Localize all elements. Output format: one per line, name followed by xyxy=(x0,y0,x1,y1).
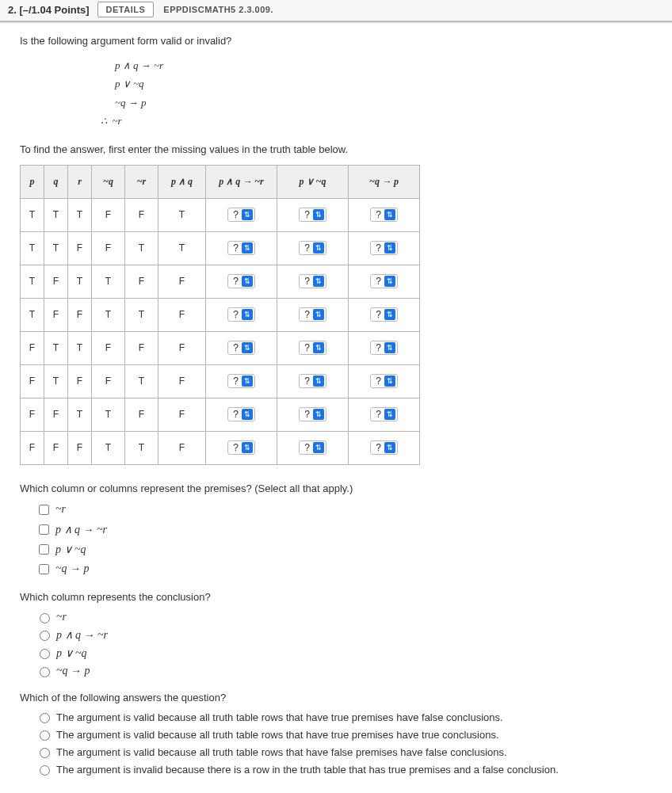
arg-conclusion: ∴ ~r xyxy=(101,112,652,130)
prompt-validity: Is the following argument form valid or … xyxy=(20,35,652,47)
truth-value-select[interactable]: ?⇅ xyxy=(227,307,255,322)
label-conc-nr: ~r xyxy=(56,611,67,623)
cell-paq: T xyxy=(158,231,206,265)
label-pvnq: p ∨ ~q xyxy=(55,543,86,556)
question-number: 2. [–/1.04 Points] xyxy=(8,4,90,16)
truth-value-select[interactable]: ?⇅ xyxy=(370,307,398,322)
details-button[interactable]: DETAILS xyxy=(97,2,155,17)
radio-ans-2[interactable] xyxy=(40,730,50,741)
chevron-updown-icon: ⇅ xyxy=(384,276,395,287)
label-conc-pvnq: p ∨ ~q xyxy=(56,646,87,660)
cell-dropdown: ?⇅ xyxy=(277,431,349,464)
cell-nq: F xyxy=(92,231,125,265)
radio-ans-4[interactable] xyxy=(40,765,50,776)
table-row: TFTTFF?⇅?⇅?⇅ xyxy=(21,265,420,298)
truth-value-select[interactable]: ?⇅ xyxy=(227,208,255,222)
truth-value-select[interactable]: ?⇅ xyxy=(299,274,326,288)
cell-nq: F xyxy=(92,364,125,398)
cell-q: T xyxy=(44,231,68,265)
cell-paq: F xyxy=(158,265,206,298)
select-placeholder: ? xyxy=(304,209,310,220)
prompt-truth-table: To find the answer, first enter the miss… xyxy=(20,143,652,155)
truth-value-select[interactable]: ?⇅ xyxy=(299,407,326,421)
truth-value-select[interactable]: ?⇅ xyxy=(227,274,255,288)
truth-value-select[interactable]: ?⇅ xyxy=(227,407,255,421)
select-placeholder: ? xyxy=(233,242,239,254)
radio-conc-pvnq[interactable] xyxy=(40,649,50,659)
truth-value-select[interactable]: ?⇅ xyxy=(299,341,326,355)
select-placeholder: ? xyxy=(376,409,381,420)
checkbox-nqp[interactable] xyxy=(39,564,49,574)
truth-value-select[interactable]: ?⇅ xyxy=(299,307,326,322)
select-placeholder: ? xyxy=(376,442,381,453)
cell-paq: F xyxy=(158,431,206,464)
conclusion-option-pvnq: p ∨ ~q xyxy=(36,646,652,660)
truth-value-select[interactable]: ?⇅ xyxy=(370,241,398,255)
truth-value-select[interactable]: ?⇅ xyxy=(370,341,398,355)
cell-q: F xyxy=(44,431,68,464)
cell-nr: F xyxy=(125,331,158,364)
cell-paq: F xyxy=(158,298,206,331)
checkbox-nr[interactable] xyxy=(39,505,49,515)
truth-value-select[interactable]: ?⇅ xyxy=(370,208,398,222)
select-placeholder: ? xyxy=(233,409,239,420)
th-p: p xyxy=(21,165,44,198)
truth-value-select[interactable]: ?⇅ xyxy=(370,374,398,388)
cell-dropdown: ?⇅ xyxy=(277,364,349,398)
cell-nr: T xyxy=(125,231,158,265)
truth-value-select[interactable]: ?⇅ xyxy=(370,440,398,455)
truth-value-select[interactable]: ?⇅ xyxy=(299,208,326,222)
cell-dropdown: ?⇅ xyxy=(206,431,277,464)
truth-value-select[interactable]: ?⇅ xyxy=(370,274,398,288)
table-row: TTTFFT?⇅?⇅?⇅ xyxy=(21,198,420,231)
label-ans-4: The argument is invalid because there is… xyxy=(56,764,559,776)
chevron-updown-icon: ⇅ xyxy=(313,442,324,453)
radio-conc-nr[interactable] xyxy=(40,613,50,623)
th-nq: ~q xyxy=(92,165,125,198)
truth-value-select[interactable]: ?⇅ xyxy=(299,374,326,388)
chevron-updown-icon: ⇅ xyxy=(313,276,324,287)
cell-dropdown: ?⇅ xyxy=(349,231,420,265)
cell-nq: T xyxy=(92,298,125,331)
cell-dropdown: ?⇅ xyxy=(349,265,420,298)
select-placeholder: ? xyxy=(304,242,310,254)
label-paqnr: p ∧ q → ~r xyxy=(55,523,107,536)
cell-p: F xyxy=(21,364,44,398)
cell-paq: T xyxy=(158,198,206,231)
question-body: Is the following argument form valid or … xyxy=(0,22,672,793)
cell-dropdown: ?⇅ xyxy=(349,198,420,231)
radio-ans-3[interactable] xyxy=(40,748,50,758)
label-ans-2: The argument is valid because all truth … xyxy=(56,729,499,741)
truth-value-select[interactable]: ?⇅ xyxy=(299,241,326,255)
chevron-updown-icon: ⇅ xyxy=(384,209,395,220)
cell-q: T xyxy=(44,331,68,364)
checkbox-paqnr[interactable] xyxy=(39,524,49,535)
radio-conc-paqnr[interactable] xyxy=(40,631,50,641)
radio-conc-nqp[interactable] xyxy=(40,667,50,677)
question-header: 2. [–/1.04 Points] DETAILS EPPDISCMATH5 … xyxy=(0,0,672,22)
premise-option-pvnq: p ∨ ~q xyxy=(36,542,652,557)
truth-value-select[interactable]: ?⇅ xyxy=(299,440,326,455)
truth-value-select[interactable]: ?⇅ xyxy=(370,407,398,421)
cell-nr: T xyxy=(125,298,158,331)
table-row: TFFTTF?⇅?⇅?⇅ xyxy=(21,298,420,331)
cell-dropdown: ?⇅ xyxy=(206,364,277,398)
cell-nr: T xyxy=(125,364,158,398)
cell-nr: F xyxy=(125,198,158,231)
chevron-updown-icon: ⇅ xyxy=(242,276,253,287)
cell-paq: F xyxy=(158,364,206,398)
truth-value-select[interactable]: ?⇅ xyxy=(227,241,255,255)
checkbox-pvnq[interactable] xyxy=(39,544,49,555)
label-nr: ~r xyxy=(55,503,66,516)
radio-ans-1[interactable] xyxy=(40,713,50,723)
arg-line-1: p ∧ q → ~r xyxy=(115,56,652,74)
select-placeholder: ? xyxy=(304,442,310,453)
premises-question: Which column or columns represent the pr… xyxy=(20,482,652,494)
truth-value-select[interactable]: ?⇅ xyxy=(227,374,255,388)
cell-p: T xyxy=(21,298,44,331)
cell-dropdown: ?⇅ xyxy=(277,398,349,431)
select-placeholder: ? xyxy=(233,376,239,387)
answer-options: The argument is valid because all truth … xyxy=(36,711,652,776)
truth-value-select[interactable]: ?⇅ xyxy=(227,440,255,455)
truth-value-select[interactable]: ?⇅ xyxy=(227,341,255,355)
